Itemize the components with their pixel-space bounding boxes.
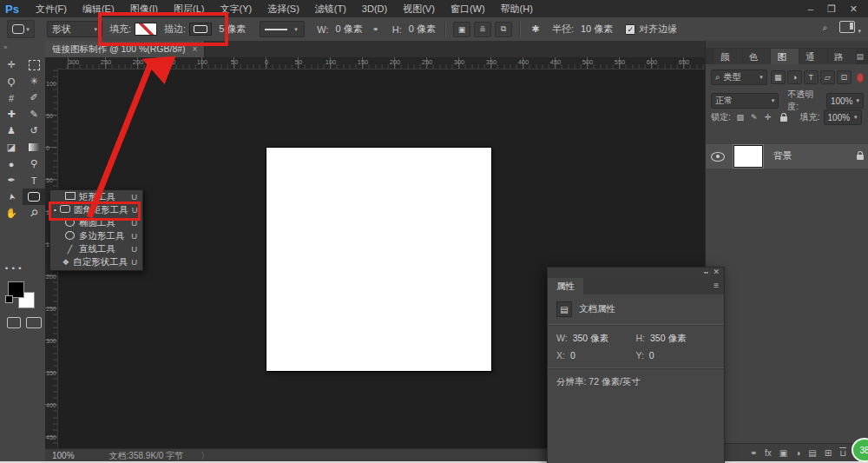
eraser-tool[interactable]: ◪ <box>0 139 23 155</box>
type-tool[interactable]: T <box>23 172 45 189</box>
restore-button[interactable]: ❐ <box>827 3 836 15</box>
lock-position-icon[interactable]: ✛ <box>762 112 774 123</box>
lasso-tool[interactable]: Ϙ <box>0 73 23 89</box>
new-layer-icon[interactable]: ⊞ <box>825 448 832 458</box>
menu-image[interactable]: 图像(I) <box>122 3 166 14</box>
marquee-tool[interactable] <box>23 56 45 73</box>
document-tab[interactable]: 链接图标制作 @ 100 %(RGB/8#) × <box>45 41 205 57</box>
toolbar-more-button[interactable]: • • • <box>5 264 22 273</box>
filter-shape-layers-icon[interactable]: ▱ <box>820 70 835 84</box>
path-arrangement-icon[interactable]: ⧉ <box>495 22 512 37</box>
flyout-line-tool[interactable]: ╱ 直线工具 U <box>50 242 142 255</box>
tool-preset-picker[interactable]: ▾ <box>7 20 35 38</box>
height-field[interactable]: 0 像素 <box>409 23 436 36</box>
menu-select[interactable]: 选择(S) <box>260 3 307 14</box>
filter-pixel-layers-icon[interactable]: ▦ <box>771 70 786 84</box>
menu-3d[interactable]: 3D(D) <box>354 3 395 14</box>
clone-stamp-tool[interactable]: ♟ <box>0 122 23 139</box>
hand-tool[interactable]: ✋ <box>0 205 23 222</box>
gradient-tool[interactable] <box>23 139 45 155</box>
zoom-tool[interactable]: ⚲ <box>23 205 45 222</box>
history-brush-tool[interactable]: ↺ <box>23 122 45 139</box>
status-options-arrow-icon[interactable]: 〉 <box>201 450 209 462</box>
flyout-rounded-rectangle-tool[interactable]: • 圆角矩形工具 U <box>50 203 142 216</box>
quick-selection-tool[interactable]: ✳ <box>23 73 45 89</box>
pen-tool[interactable]: ✒ <box>0 172 23 189</box>
layer-thumbnail[interactable] <box>733 145 763 168</box>
toolbar-collapse-button[interactable]: » <box>3 43 8 51</box>
flyout-custom-shape-tool[interactable]: ❖ 自定形状工具 U <box>50 255 142 268</box>
workspace-switcher[interactable]: ▾ <box>839 21 861 35</box>
minimize-button[interactable]: – <box>808 3 813 14</box>
stroke-style-dropdown[interactable]: ▾ <box>260 21 305 37</box>
layer-filter-dropdown[interactable]: ⌕ 类型 ▾ <box>711 69 767 85</box>
stroke-swatch[interactable] <box>189 23 212 36</box>
layer-name[interactable]: 背景 <box>773 150 792 162</box>
flyout-ellipse-tool[interactable]: 椭圆工具 U <box>50 216 142 229</box>
radius-field[interactable]: 10 像素 <box>581 23 613 36</box>
tab-color[interactable]: 颜色 <box>714 49 742 64</box>
brush-tool[interactable]: ✎ <box>23 106 45 122</box>
menu-layer[interactable]: 图层(L) <box>166 3 212 14</box>
close-button[interactable]: ✕ <box>850 3 858 15</box>
tab-swatches[interactable]: 色板 <box>743 49 771 64</box>
menu-edit[interactable]: 编辑(E) <box>75 3 122 14</box>
filter-adjustment-layers-icon[interactable]: ◑ <box>787 70 802 84</box>
layer-visibility-eye-icon[interactable] <box>711 152 725 162</box>
tab-layers[interactable]: 图层 <box>771 49 799 64</box>
filter-toggle-icon[interactable] <box>857 73 864 83</box>
filter-type-layers-icon[interactable]: T <box>804 70 819 84</box>
dodge-tool[interactable]: ⚲ <box>23 155 45 172</box>
move-tool[interactable]: ✛ <box>0 56 23 73</box>
flyout-polygon-tool[interactable]: 多边形工具 U <box>50 229 142 242</box>
filter-smart-objects-icon[interactable]: ⊡ <box>837 70 852 84</box>
menu-file[interactable]: 文件(F) <box>28 3 75 14</box>
lock-all-icon[interactable] <box>778 112 790 123</box>
delete-layer-icon[interactable]: ⊔ <box>839 448 846 458</box>
path-alignment-icon[interactable]: ≞ <box>474 22 491 37</box>
menu-help[interactable]: 帮助(H) <box>493 3 541 14</box>
layer-mask-icon[interactable]: ▣ <box>779 448 787 458</box>
link-layers-icon[interactable]: ⚭ <box>750 448 757 458</box>
menu-filter[interactable]: 滤镜(T) <box>307 3 354 14</box>
search-icon[interactable]: ⌕ <box>823 23 828 33</box>
healing-brush-tool[interactable]: ✚ <box>0 106 23 122</box>
path-operations-icon[interactable]: ▣ <box>453 22 470 37</box>
close-document-icon[interactable]: × <box>193 44 198 54</box>
crop-tool[interactable]: # <box>0 89 23 106</box>
menu-window[interactable]: 窗口(W) <box>443 3 493 14</box>
adjustment-layer-icon[interactable]: ◑ <box>795 448 800 458</box>
blend-mode-dropdown[interactable]: 正常 ▾ <box>711 93 779 109</box>
layer-row-background[interactable]: 背景 <box>706 144 868 169</box>
path-selection-tool[interactable]: ➤ <box>0 189 23 205</box>
menu-view[interactable]: 视图(V) <box>395 3 443 14</box>
zoom-level-field[interactable]: 100% <box>52 451 75 460</box>
lock-paint-icon[interactable]: ✎ <box>748 112 760 123</box>
width-field[interactable]: 0 像素 <box>336 23 363 36</box>
screen-mode-button[interactable] <box>26 317 42 328</box>
tab-paths[interactable]: 路径 <box>828 49 856 64</box>
flyout-rectangle-tool[interactable]: 矩形工具 U <box>50 190 142 203</box>
stroke-width-field[interactable]: 5 像素 <box>219 23 246 36</box>
opacity-field[interactable]: 100% ▾ <box>826 93 864 109</box>
blur-tool[interactable]: ● <box>0 155 23 172</box>
layer-group-icon[interactable]: ▤ <box>808 448 816 458</box>
fill-field[interactable]: 100% ▾ <box>824 109 862 125</box>
collapse-panels-icon[interactable]: ▤ <box>856 49 864 64</box>
lock-transparency-icon[interactable]: ▨ <box>734 112 746 123</box>
tool-mode-dropdown[interactable]: 形状 ▾ <box>47 21 102 37</box>
eyedropper-tool[interactable]: ✐ <box>23 89 45 106</box>
shape-tool[interactable] <box>23 189 45 205</box>
close-panel-icon[interactable]: ✕ <box>713 268 720 277</box>
fill-swatch[interactable] <box>135 23 157 36</box>
default-colors-icon[interactable] <box>5 295 13 303</box>
gear-icon[interactable]: ✱ <box>528 23 543 36</box>
collapse-panel-icon[interactable]: ▪▪ <box>704 268 708 277</box>
tab-channels[interactable]: 通道 <box>799 49 827 64</box>
panel-menu-icon[interactable]: ≡ <box>713 281 719 290</box>
properties-title-strip[interactable]: ▪▪ ✕ <box>548 268 724 277</box>
align-edges-checkbox[interactable]: ✓ <box>625 24 635 35</box>
quick-mask-button[interactable] <box>7 317 21 328</box>
tab-properties[interactable]: 属性 <box>548 278 583 294</box>
link-dimensions-icon[interactable]: ⚭ <box>368 23 384 36</box>
